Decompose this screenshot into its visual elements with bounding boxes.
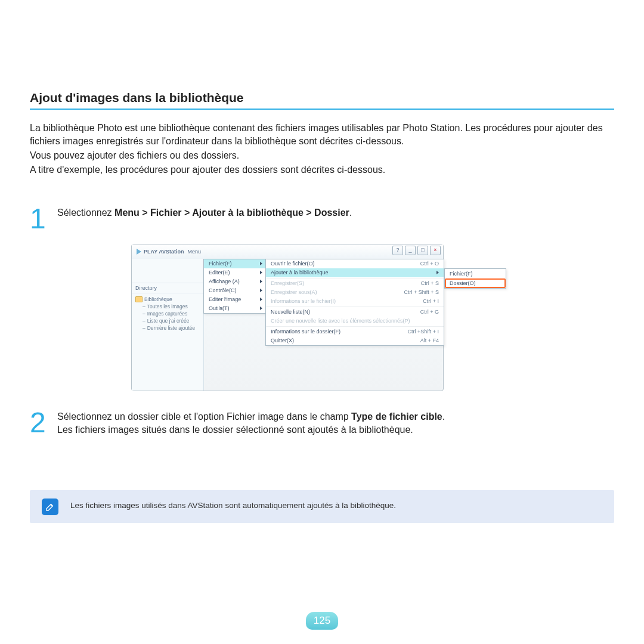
window-titlebar[interactable]: PLAY AVStation Menu ? _ □ × <box>132 244 443 259</box>
menu2-label: Créer une nouvelle liste avec les élémen… <box>271 318 410 324</box>
intro-paragraph-3: A titre d'exemple, les procédures pour a… <box>30 163 614 177</box>
app-logo-icon <box>137 249 141 255</box>
intro-paragraph-2: Vous pouvez ajouter des fichiers ou des … <box>30 149 614 162</box>
menu-level-2: Ouvrir le fichier(O)Ctrl + O Ajouter à l… <box>265 259 444 346</box>
intro-paragraph-1: La bibliothèque Photo est une bibliothèq… <box>30 122 614 148</box>
menu1-label: Fichier(F) <box>209 261 232 267</box>
step-2: 2 Sélectionnez un dossier cible et l'opt… <box>30 409 614 437</box>
menu2-item-ouvrir[interactable]: Ouvrir le fichier(O)Ctrl + O <box>266 259 444 268</box>
menu2-item-creer-liste[interactable]: Créer une nouvelle liste avec les élémen… <box>266 317 444 326</box>
step-1-pre: Sélectionnez <box>57 208 114 218</box>
step-number: 1 <box>30 208 54 230</box>
tree-item[interactable]: Dernière liste ajoutée <box>135 324 203 332</box>
tree-root[interactable]: Bibliothèque <box>135 296 203 303</box>
tree-item[interactable]: Toutes les images <box>135 303 203 310</box>
tree-item[interactable]: Liste que j'ai créée <box>135 317 203 324</box>
step-1-post: . <box>349 208 352 218</box>
menu2-label: Informations sur le fichier(I) <box>271 298 336 304</box>
window-title: PLAY AVStation <box>144 249 184 255</box>
step-1-body: Sélectionnez Menu > Fichier > Ajouter à … <box>57 205 614 219</box>
folder-icon <box>135 296 143 302</box>
menu2-label: Enregistrer(S) <box>271 280 304 286</box>
help-button[interactable]: ? <box>392 246 403 255</box>
sidebar: Directory Bibliothèque Toutes les images… <box>132 259 204 391</box>
menu-separator <box>266 278 444 278</box>
menu-separator <box>266 306 444 307</box>
menu3-item-dossier[interactable]: Dossier(O) <box>445 278 506 288</box>
menu1-item-editer-image[interactable]: Editer l'image <box>204 295 266 304</box>
window-menu-label[interactable]: Menu <box>188 249 202 255</box>
step-2-line1c: . <box>442 411 445 422</box>
chevron-right-icon <box>260 271 262 274</box>
menu-level-1: Fichier(F) Editer(E) Affichage (A) Contr… <box>203 259 267 314</box>
menu2-label: Enregistrer sous(A) <box>271 289 317 295</box>
step-2-line1a: Sélectionnez un dossier cible et l'optio… <box>57 411 351 422</box>
step-1-path: Menu > Fichier > Ajouter à la bibliothèq… <box>114 208 349 218</box>
step-2-body: Sélectionnez un dossier cible et l'optio… <box>57 409 614 437</box>
menu-level-3: Fichier(F) Dossier(O) <box>444 268 506 289</box>
step-2-line1b: Type de fichier cible <box>351 411 442 422</box>
window-buttons: ? _ □ × <box>392 246 441 255</box>
menu2-item-enregistrer-sous[interactable]: Enregistrer sous(A)Ctrl + Shift + S <box>266 288 444 297</box>
menu1-label: Editer(E) <box>209 270 230 275</box>
menu1-item-affichage[interactable]: Affichage (A) <box>204 277 266 286</box>
minimize-button[interactable]: _ <box>405 246 416 255</box>
close-button[interactable]: × <box>430 246 441 255</box>
shortcut-label: Ctrl + O <box>420 261 439 267</box>
menu1-label: Contrôle(C) <box>209 287 237 293</box>
menu-separator <box>266 326 444 327</box>
step-2-line2: Les fichiers images situés dans le dossi… <box>57 425 413 435</box>
note-text: Les fichiers images utilisés dans AVStat… <box>70 501 396 510</box>
chevron-right-icon <box>436 271 439 274</box>
menu1-item-fichier[interactable]: Fichier(F) <box>204 259 266 268</box>
menu2-item-info-fichier[interactable]: Informations sur le fichier(I)Ctrl + I <box>266 297 444 306</box>
chevron-right-icon <box>260 298 262 301</box>
shortcut-label: Ctrl + Shift + S <box>404 289 439 295</box>
page-number-badge: 125 <box>306 612 338 630</box>
menu2-item-enregistrer[interactable]: Enregistrer(S)Ctrl + S <box>266 279 444 288</box>
maximize-button[interactable]: □ <box>417 246 428 255</box>
menu2-item-info-dossier[interactable]: Informations sur le dossier(F)Ctrl +Shif… <box>266 327 444 336</box>
tree-root-label: Bibliothèque <box>144 296 172 302</box>
note-box: Les fichiers images utilisés dans AVStat… <box>30 490 614 523</box>
sidebar-header: Directory <box>132 283 203 293</box>
tree-item[interactable]: Images capturées <box>135 310 203 317</box>
menu2-label: Informations sur le dossier(F) <box>271 329 340 335</box>
menu2-label: Quitter(X) <box>271 338 294 343</box>
app-window: PLAY AVStation Menu ? _ □ × Directory <box>131 244 444 391</box>
chevron-right-icon <box>260 262 262 265</box>
shortcut-label: Ctrl + S <box>421 280 439 286</box>
step-number: 2 <box>30 411 54 434</box>
menu3-item-fichier[interactable]: Fichier(F) <box>445 269 506 278</box>
chevron-right-icon <box>260 280 262 283</box>
menu1-item-controle[interactable]: Contrôle(C) <box>204 286 266 295</box>
shortcut-label: Ctrl + G <box>420 309 439 315</box>
menu1-label: Editer l'image <box>209 296 241 302</box>
chevron-right-icon <box>260 289 262 292</box>
menu1-item-outils[interactable]: Outils(T) <box>204 304 266 313</box>
menu2-item-quitter[interactable]: Quitter(X)Alt + F4 <box>266 336 444 345</box>
sidebar-tree: Bibliothèque Toutes les images Images ca… <box>132 293 203 332</box>
step-1: 1 Sélectionnez Menu > Fichier > Ajouter … <box>30 205 614 230</box>
shortcut-label: Alt + F4 <box>420 338 439 343</box>
menu2-label: Ajouter à la bibliothèque <box>271 270 329 275</box>
menu2-item-ajouter[interactable]: Ajouter à la bibliothèque <box>266 268 444 277</box>
chevron-right-icon <box>260 306 262 310</box>
menu2-label: Nouvelle liste(N) <box>271 309 310 315</box>
page-number: 125 <box>314 615 330 627</box>
menu1-item-editer[interactable]: Editer(E) <box>204 268 266 277</box>
menu1-label: Outils(T) <box>209 305 230 311</box>
section-title: Ajout d'images dans la bibliothèque <box>30 91 614 105</box>
title-rule <box>30 109 614 110</box>
screenshot: PLAY AVStation Menu ? _ □ × Directory <box>131 244 508 391</box>
shortcut-label: Ctrl + I <box>423 298 439 304</box>
pencil-icon <box>42 499 58 515</box>
menu2-label: Ouvrir le fichier(O) <box>271 261 315 267</box>
shortcut-label: Ctrl +Shift + I <box>407 329 439 335</box>
menu1-label: Affichage (A) <box>209 278 240 284</box>
menu2-item-nouvelle-liste[interactable]: Nouvelle liste(N)Ctrl + G <box>266 308 444 317</box>
